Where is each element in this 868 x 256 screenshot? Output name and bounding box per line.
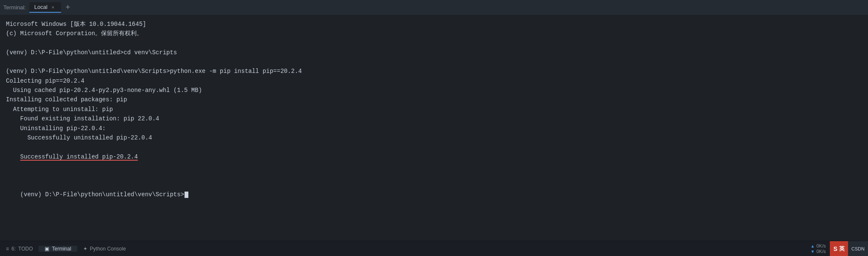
upload-speed: 0K/s <box>816 243 826 248</box>
csdn-area: CSDN <box>848 241 868 256</box>
python-console-tab[interactable]: ✦ Python Console <box>77 246 132 252</box>
terminal-line: Collecting pip==20.2.4 <box>6 76 862 86</box>
terminal-line: (venv) D:\P-File\python\untitled\venv\Sc… <box>6 67 862 76</box>
add-tab-button[interactable]: + <box>64 3 72 12</box>
status-bar: ≡ 6: TODO ▣ Terminal ✦ Python Console ▲ … <box>0 241 868 256</box>
terminal-success-line: Successfully installed pip-20.2.4 <box>6 142 862 171</box>
terminal-icon: ▣ <box>45 246 49 252</box>
close-icon[interactable]: × <box>50 4 56 10</box>
terminal-tab[interactable]: ▣ Terminal <box>39 246 77 252</box>
terminal-content: Microsoft Windows [版本 10.0.19044.1645] (… <box>0 15 868 241</box>
terminal-line: (venv) D:\P-File\python\untitled>cd venv… <box>6 48 862 57</box>
local-tab[interactable]: Local × <box>29 2 61 13</box>
status-left: ≡ 6: TODO ▣ Terminal ✦ Python Console <box>0 246 806 252</box>
speed-down-row: ▼ 0K/s <box>811 249 826 254</box>
status-right: ▲ 0K/s ▼ 0K/s S 英 CSDN <box>806 241 868 256</box>
terminal-cursor <box>185 192 188 198</box>
lang-label: 英 <box>839 245 845 253</box>
terminal-tab-label: Terminal <box>52 246 71 252</box>
download-speed: 0K/s <box>816 249 826 254</box>
brand-s-letter: S <box>833 245 837 252</box>
terminal-line-empty <box>6 57 862 67</box>
upload-arrow-icon: ▲ <box>811 244 815 248</box>
csdn-label: CSDN <box>851 246 865 251</box>
terminal-line-empty <box>6 171 862 180</box>
terminal-line-empty <box>6 39 862 48</box>
speed-indicator: ▲ 0K/s ▼ 0K/s <box>806 242 830 255</box>
terminal-prompt-line: (venv) D:\P-File\python\untitled\venv\Sc… <box>6 180 862 209</box>
prompt-text: (venv) D:\P-File\python\untitled\venv\Sc… <box>20 191 184 198</box>
terminal-line: Using cached pip-20.2.4-py2.py3-none-any… <box>6 86 862 95</box>
terminal-line: Microsoft Windows [版本 10.0.19044.1645] <box>6 19 862 29</box>
terminal-label: Terminal: <box>3 4 26 11</box>
speed-up-row: ▲ 0K/s <box>811 243 826 248</box>
terminal-line: Uninstalling pip-22.0.4: <box>6 124 862 133</box>
todo-icon: ≡ <box>6 246 9 252</box>
success-underlined-text: Successfully installed pip-20.2.4 <box>20 153 138 160</box>
tab-bar: Terminal: Local × + <box>0 0 868 15</box>
terminal-line: (c) Microsoft Corporation。保留所有权利。 <box>6 29 862 38</box>
terminal-line: Installing collected packages: pip <box>6 95 862 104</box>
todo-label: TODO <box>18 246 33 252</box>
terminal-line: Attempting to uninstall: pip <box>6 105 862 114</box>
python-console-label: Python Console <box>90 246 126 252</box>
todo-number: 6: <box>11 246 16 252</box>
todo-tab[interactable]: ≡ 6: TODO <box>0 246 39 252</box>
download-arrow-icon: ▼ <box>811 249 815 254</box>
local-tab-label: Local <box>34 4 48 10</box>
python-console-icon: ✦ <box>83 246 87 252</box>
terminal-line: Found existing installation: pip 22.0.4 <box>6 114 862 123</box>
terminal-line: Successfully uninstalled pip-22.0.4 <box>6 133 862 142</box>
brand-area: S 英 <box>830 241 848 256</box>
